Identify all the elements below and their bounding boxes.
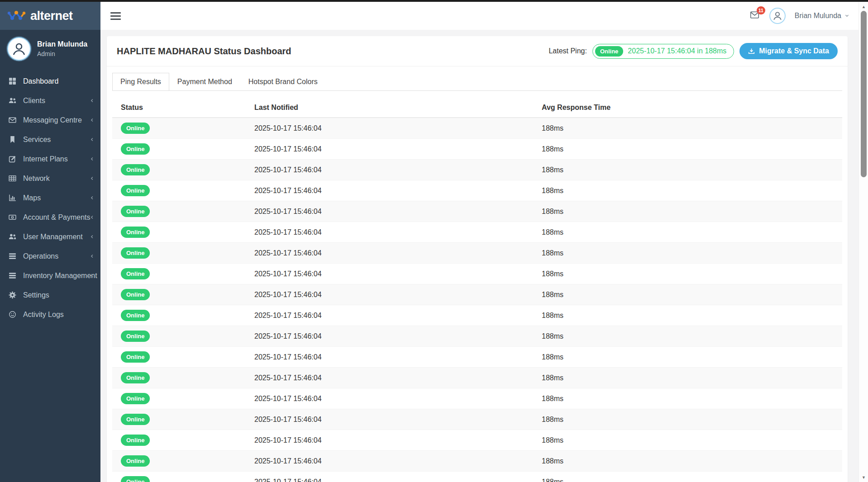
table-row: Online2025-10-17 15:46:04188ms (112, 305, 842, 326)
sidebar-item-label: User Management (23, 233, 83, 241)
status-badge: Online (121, 414, 150, 425)
messages-icon[interactable]: 11 (749, 10, 760, 21)
avg-response-cell: 188ms (533, 305, 842, 326)
chevron-left-icon (90, 215, 95, 220)
user-menu[interactable]: Brian Mulunda (795, 12, 849, 20)
sidebar-item-account-payments[interactable]: Account & Payments (0, 208, 100, 227)
table-row: Online2025-10-17 15:46:04188ms (112, 139, 842, 160)
table-row: Online2025-10-17 15:46:04188ms (112, 326, 842, 347)
avg-response-cell: 188ms (533, 472, 842, 482)
migrate-sync-button[interactable]: Migrate & Sync Data (739, 43, 838, 59)
top-header: 11 Brian Mulunda (100, 2, 858, 30)
latest-ping-text: 2025-10-17 15:46:04 in 188ms (628, 47, 726, 55)
tab-hotspot-brand-colors[interactable]: Hotspot Brand Colors (240, 73, 326, 90)
sidebar-item-internet-plans[interactable]: Internet Plans (0, 149, 100, 169)
status-badge: Online (121, 351, 150, 363)
avg-response-cell: 188ms (533, 222, 842, 243)
brand-name: alternet (30, 9, 73, 23)
scrollbar-up-arrow-icon[interactable]: ▲ (859, 5, 868, 9)
sidebar-item-maps[interactable]: Maps (0, 188, 100, 208)
status-badge: Online (121, 372, 150, 383)
last-notified-cell: 2025-10-17 15:46:04 (246, 409, 533, 430)
last-notified-cell: 2025-10-17 15:46:04 (246, 284, 533, 305)
chart-icon (9, 194, 17, 202)
money-icon (9, 213, 17, 221)
main-content: HAPLITE MADHARAU Status Dashboard Latest… (100, 30, 858, 482)
sidebar-item-label: Clients (23, 97, 45, 105)
table-row: Online2025-10-17 15:46:04188ms (112, 284, 842, 305)
sidebar-item-operations[interactable]: Operations (0, 246, 100, 266)
last-notified-cell: 2025-10-17 15:46:04 (246, 222, 533, 243)
last-notified-cell: 2025-10-17 15:46:04 (246, 180, 533, 201)
sidebar-item-services[interactable]: Services (0, 130, 100, 149)
status-badge: Online (121, 143, 150, 155)
sidebar: alternet Brian Mulunda Admin DashboardCl… (0, 2, 100, 482)
sidebar-item-dashboard[interactable]: Dashboard (0, 71, 100, 91)
last-notified-cell: 2025-10-17 15:46:04 (246, 326, 533, 347)
status-badge: Online (121, 227, 150, 238)
last-notified-cell: 2025-10-17 15:46:04 (246, 243, 533, 264)
chevron-left-icon (90, 234, 95, 239)
column-header: Avg Response Time (533, 98, 842, 118)
stack-icon (9, 272, 17, 279)
sidebar-item-settings[interactable]: Settings (0, 285, 100, 305)
sidebar-toggle-icon[interactable] (110, 11, 121, 20)
sidebar-item-label: Inventory Management (23, 272, 97, 280)
table-row: Online2025-10-17 15:46:04188ms (112, 264, 842, 284)
latest-ping-pill: Online 2025-10-17 15:46:04 in 188ms (592, 44, 734, 59)
status-badge: Online (121, 476, 150, 482)
table-row: Online2025-10-17 15:46:04188ms (112, 118, 842, 139)
chevron-left-icon (90, 176, 95, 181)
status-badge: Online (121, 289, 150, 300)
last-notified-cell: 2025-10-17 15:46:04 (246, 264, 533, 284)
last-notified-cell: 2025-10-17 15:46:04 (246, 388, 533, 409)
table-row: Online2025-10-17 15:46:04188ms (112, 409, 842, 430)
chevron-down-icon (844, 12, 849, 20)
sidebar-item-label: Activity Logs (23, 311, 64, 319)
chevron-left-icon (90, 137, 95, 142)
avg-response-cell: 188ms (533, 201, 842, 222)
scrollbar-thumb[interactable] (861, 11, 867, 177)
avg-response-cell: 188ms (533, 284, 842, 305)
stack-icon (9, 252, 17, 260)
sidebar-item-label: Operations (23, 252, 58, 260)
status-badge: Online (121, 123, 150, 134)
tab-payment-method[interactable]: Payment Method (169, 73, 240, 90)
last-notified-cell: 2025-10-17 15:46:04 (246, 160, 533, 180)
scrollbar-down-arrow-icon[interactable]: ▼ (859, 475, 868, 480)
table-row: Online2025-10-17 15:46:04188ms (112, 201, 842, 222)
status-badge: Online (121, 164, 150, 175)
sidebar-item-network[interactable]: Network (0, 169, 100, 188)
sidebar-item-label: Dashboard (23, 77, 58, 85)
tab-ping-results[interactable]: Ping Results (112, 73, 169, 90)
sidebar-item-user-management[interactable]: User Management (0, 227, 100, 246)
table-row: Online2025-10-17 15:46:04188ms (112, 347, 842, 368)
envelope-icon (9, 116, 17, 124)
users-icon (9, 233, 17, 241)
table-row: Online2025-10-17 15:46:04188ms (112, 180, 842, 201)
chevron-left-icon (90, 273, 95, 278)
ping-results-table: StatusLast NotifiedAvg Response Time Onl… (112, 98, 842, 482)
last-notified-cell: 2025-10-17 15:46:04 (246, 201, 533, 222)
user-avatar-icon (7, 37, 31, 61)
table-header-row: StatusLast NotifiedAvg Response Time (112, 98, 842, 118)
last-notified-cell: 2025-10-17 15:46:04 (246, 368, 533, 388)
avg-response-cell: 188ms (533, 180, 842, 201)
sidebar-item-inventory-management[interactable]: Inventory Management (0, 266, 100, 285)
header-avatar-icon[interactable] (769, 8, 786, 24)
sidebar-item-activity-logs[interactable]: Activity Logs (0, 305, 100, 324)
avg-response-cell: 188ms (533, 264, 842, 284)
brand-logo[interactable]: alternet (0, 2, 100, 30)
sidebar-item-messaging-centre[interactable]: Messaging Centre (0, 110, 100, 130)
brand-mark-icon (7, 9, 26, 22)
sidebar-item-label: Network (23, 175, 50, 183)
users-icon (9, 97, 17, 104)
sidebar-item-clients[interactable]: Clients (0, 91, 100, 110)
table-row: Online2025-10-17 15:46:04188ms (112, 451, 842, 472)
status-dashboard-card: HAPLITE MADHARAU Status Dashboard Latest… (107, 36, 848, 482)
status-badge: Online (121, 331, 150, 342)
page-scrollbar[interactable]: ▲ ▼ (858, 2, 868, 482)
status-badge: Online (121, 393, 150, 404)
chevron-left-icon (90, 156, 95, 161)
avg-response-cell: 188ms (533, 160, 842, 180)
